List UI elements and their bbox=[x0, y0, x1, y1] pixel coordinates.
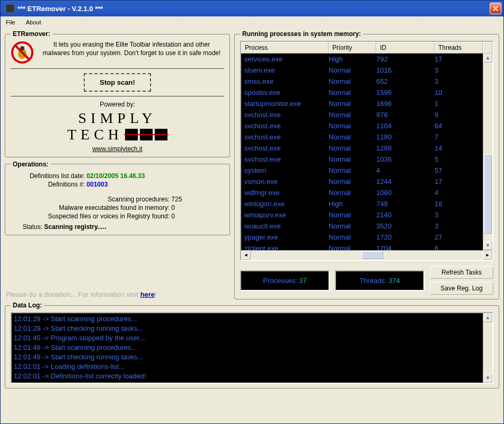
logo-line2: TECH bbox=[67, 127, 123, 143]
malware-value: 0 bbox=[171, 204, 175, 211]
process-priority: Normal bbox=[329, 220, 376, 232]
operations-legend: Operations: bbox=[11, 161, 50, 168]
process-row[interactable]: ypager.exeNormal172027 bbox=[241, 232, 483, 243]
save-reg-log-button[interactable]: Save Reg. Log bbox=[430, 282, 493, 295]
process-priority: Normal bbox=[329, 143, 376, 154]
malware-label: Malware executables found in memory: bbox=[11, 204, 170, 211]
donation-link[interactable]: here bbox=[140, 290, 155, 298]
process-priority: Normal bbox=[329, 76, 376, 87]
process-name: system bbox=[244, 165, 329, 176]
process-threads: 64 bbox=[435, 120, 480, 131]
process-threads: 3 bbox=[435, 209, 480, 220]
process-threads: 3 bbox=[435, 65, 480, 76]
app-window: *** ETRemover - V.2.1.0 *** File About E… bbox=[0, 0, 504, 424]
process-hscroll[interactable]: ◄ ► bbox=[241, 250, 492, 260]
logo: SIMPLY TECH bbox=[11, 110, 224, 143]
scroll-up-icon[interactable]: ▲ bbox=[483, 54, 492, 63]
process-row[interactable]: vsmon.exeNormal124417 bbox=[241, 176, 483, 187]
process-vscroll[interactable]: ▲ ▼ bbox=[483, 54, 492, 250]
body: ETRemover: It lets you erasing the Elite… bbox=[1, 28, 503, 423]
process-threads: 17 bbox=[435, 54, 480, 65]
col-id[interactable]: ID bbox=[376, 42, 435, 54]
log-line: 12:01:49 -> Start scanning procedures... bbox=[14, 343, 490, 352]
refresh-tasks-button[interactable]: Refresh Tasks bbox=[430, 266, 493, 279]
window-title: *** ETRemover - V.2.1.0 *** bbox=[17, 5, 490, 13]
registry-label: Suspected files or voices in Registry fo… bbox=[11, 213, 170, 220]
process-name: startupmonitor.exe bbox=[244, 98, 329, 109]
process-id: 792 bbox=[376, 54, 435, 65]
process-priority: Normal bbox=[329, 209, 376, 220]
process-threads: 3 bbox=[435, 76, 480, 87]
process-row[interactable]: svchost.exeNormal128814 bbox=[241, 143, 483, 154]
def-date-value: 02/10/2005 16.46.33 bbox=[86, 172, 145, 180]
scroll-thumb[interactable] bbox=[484, 154, 492, 234]
process-threads: 3 bbox=[435, 220, 480, 232]
process-name: zlclient.exe bbox=[244, 243, 329, 250]
process-row[interactable]: startupmonitor.exeNormal16961 bbox=[241, 98, 483, 109]
process-name: vsmon.exe bbox=[244, 176, 329, 187]
process-priority: High bbox=[329, 54, 376, 65]
log-vscroll[interactable]: ▲ ▼ bbox=[483, 313, 492, 383]
process-row[interactable]: spoolsv.exeNormal159610 bbox=[241, 87, 483, 98]
processes-legend: Running processes in system memory: bbox=[240, 30, 363, 38]
process-name: services.exe bbox=[244, 54, 329, 65]
def-num-value: 001003 bbox=[86, 181, 108, 188]
menu-about[interactable]: About bbox=[24, 18, 43, 26]
scroll-down-icon[interactable]: ▼ bbox=[483, 241, 492, 250]
process-priority: Normal bbox=[329, 87, 376, 98]
log-line: 12:01:29 -> Start scanning procedures... bbox=[14, 314, 490, 324]
scroll-down-icon[interactable]: ▼ bbox=[483, 374, 492, 383]
process-id: 2140 bbox=[376, 209, 435, 220]
process-threads: 7 bbox=[435, 131, 480, 143]
process-row[interactable]: svchost.exeNormal9769 bbox=[241, 109, 483, 120]
process-id: 748 bbox=[376, 198, 435, 209]
process-id: 1720 bbox=[376, 232, 435, 243]
process-threads: 27 bbox=[435, 232, 480, 243]
process-name: wdfmgr.exe bbox=[244, 187, 329, 198]
def-date-label: Definitions list date: bbox=[11, 172, 85, 180]
scroll-right-icon[interactable]: ► bbox=[483, 251, 492, 260]
col-priority[interactable]: Priority bbox=[329, 42, 376, 54]
menu-file[interactable]: File bbox=[4, 18, 17, 26]
data-log-body: 12:01:29 -> Start scanning procedures...… bbox=[11, 312, 493, 384]
etremover-legend: ETRemover: bbox=[11, 30, 52, 38]
threads-counter: Threads: 374 bbox=[335, 270, 425, 291]
scroll-thumb[interactable] bbox=[362, 251, 383, 259]
process-priority: Normal bbox=[329, 65, 376, 76]
log-line: 12:01:45 -> Program stopped by the user.… bbox=[14, 333, 490, 343]
process-row[interactable]: smss.exeNormal6523 bbox=[241, 76, 483, 87]
process-row[interactable]: svchost.exeNormal10365 bbox=[241, 154, 483, 165]
process-row[interactable]: wmiapsrv.exeNormal21403 bbox=[241, 209, 483, 220]
donation-text: Please do a donation... For information … bbox=[5, 287, 230, 299]
process-id: 1036 bbox=[376, 154, 435, 165]
process-id: 652 bbox=[376, 76, 435, 87]
process-row[interactable]: slserv.exeNormal10163 bbox=[241, 65, 483, 76]
process-name: winlogon.exe bbox=[244, 198, 329, 209]
close-button[interactable] bbox=[490, 3, 501, 14]
logo-block-icon bbox=[155, 129, 167, 140]
process-row[interactable]: services.exeHigh79217 bbox=[241, 54, 483, 65]
process-name: spoolsv.exe bbox=[244, 87, 329, 98]
stop-scan-button[interactable]: Stop scan! bbox=[84, 73, 151, 92]
process-row[interactable]: systemNormal457 bbox=[241, 165, 483, 176]
process-row[interactable]: svchost.exeNormal110464 bbox=[241, 120, 483, 131]
process-threads: 6 bbox=[435, 243, 480, 250]
process-name: svchost.exe bbox=[244, 143, 329, 154]
process-table: Process Priority ID Threads services.exe… bbox=[240, 41, 493, 261]
log-line: 12:02:01 -> Loading definitions-list... bbox=[14, 362, 490, 372]
log-line: 12:01:49 -> Start checking running tasks… bbox=[14, 352, 490, 362]
scroll-left-icon[interactable]: ◄ bbox=[241, 251, 251, 260]
process-priority: Normal bbox=[329, 187, 376, 198]
titlebar[interactable]: *** ETRemover - V.2.1.0 *** bbox=[1, 1, 503, 16]
logo-url-link[interactable]: www.simplytech.it bbox=[11, 145, 224, 153]
scroll-up-icon[interactable]: ▲ bbox=[483, 313, 492, 322]
process-row[interactable]: wdfmgr.exeNormal10604 bbox=[241, 187, 483, 198]
col-threads[interactable]: Threads bbox=[435, 42, 483, 54]
process-row[interactable]: zlclient.exeNormal17046 bbox=[241, 243, 483, 250]
process-row[interactable]: winlogon.exeHigh74818 bbox=[241, 198, 483, 209]
processes-counter: Processes: 37 bbox=[240, 270, 330, 291]
process-row[interactable]: svchost.exeNormal11807 bbox=[241, 131, 483, 143]
col-process[interactable]: Process bbox=[241, 42, 329, 54]
data-log-legend: Data Log: bbox=[11, 302, 44, 309]
process-row[interactable]: wuauclt.exeNormal35203 bbox=[241, 220, 483, 232]
